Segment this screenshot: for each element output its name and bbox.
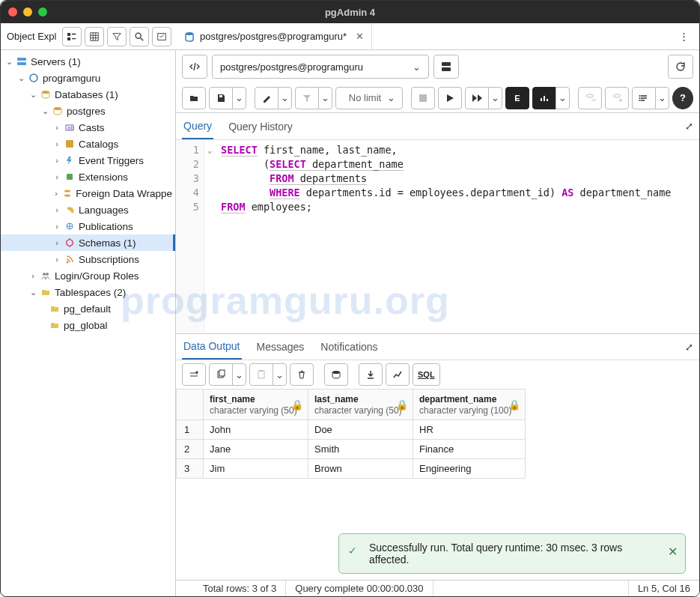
code-area[interactable]: SELECT first_name, last_name, (SELECT de… — [215, 140, 677, 333]
tab-query[interactable]: Query — [182, 114, 213, 139]
query-tabs: Query Query History ⤢ — [176, 113, 699, 140]
tree-event-triggers[interactable]: ›Event Triggers — [1, 152, 175, 169]
connection-status-button[interactable] — [182, 55, 207, 79]
edit-dropdown[interactable] — [278, 87, 292, 109]
svg-point-0 — [136, 33, 141, 38]
tree-languages[interactable]: ›Languages — [1, 201, 175, 218]
editor-tab-label: postgres/postgres@programguru* — [200, 31, 347, 42]
filter-tree-button[interactable] — [107, 27, 127, 46]
paste-dropdown[interactable] — [273, 363, 287, 386]
analyze-button[interactable] — [532, 87, 556, 109]
commit-button[interactable] — [578, 87, 602, 109]
explain-dropdown[interactable] — [488, 87, 502, 109]
delete-row-button[interactable] — [290, 363, 314, 386]
table-row[interactable]: 3JimBrownEngineering — [177, 459, 526, 479]
paste-button[interactable] — [249, 363, 273, 386]
connection-selector[interactable]: postgres/postgres@programguru — [212, 55, 429, 79]
tree-subscriptions[interactable]: ›Subscriptions — [1, 251, 175, 267]
open-file-button[interactable] — [182, 87, 206, 109]
stop-button[interactable] — [411, 87, 435, 109]
macros-button[interactable] — [632, 87, 656, 109]
expand-editor-icon[interactable]: ⤢ — [685, 121, 693, 132]
tree-pg-default[interactable]: pg_default — [1, 300, 175, 317]
svg-rect-11 — [67, 174, 73, 180]
query-tool-button[interactable] — [152, 27, 171, 46]
query-toolbar: No limit E ? — [176, 83, 699, 113]
window-title: pgAdmin 4 — [325, 7, 375, 18]
svg-rect-3 — [17, 58, 26, 61]
check-icon: ✓ — [348, 545, 357, 557]
toast-text: Successfully run. Total query runtime: 3… — [369, 542, 622, 566]
tree-tablespaces[interactable]: ⌄Tablespaces (2) — [1, 284, 175, 300]
tree-schemas[interactable]: ›Schemas (1) — [1, 234, 175, 251]
rollback-button[interactable] — [605, 87, 629, 109]
svg-point-12 — [64, 190, 70, 193]
explain-button[interactable] — [465, 87, 489, 109]
tree-databases[interactable]: ⌄Databases (1) — [1, 86, 175, 103]
table-row[interactable]: 2JaneSmithFinance — [177, 440, 526, 459]
svg-rect-30 — [260, 370, 263, 372]
status-rows: Total rows: 3 of 3 — [194, 581, 286, 596]
macros-dropdown[interactable] — [655, 87, 669, 109]
reset-button[interactable] — [668, 55, 693, 79]
save-dropdown[interactable] — [232, 87, 246, 109]
server-icon — [16, 55, 28, 67]
tab-data-output[interactable]: Data Output — [182, 334, 242, 360]
save-button[interactable] — [209, 87, 233, 109]
tree-login-roles[interactable]: ›Login/Group Roles — [1, 267, 175, 284]
edit-button[interactable] — [255, 87, 279, 109]
download-button[interactable] — [359, 363, 383, 386]
tree-catalogs[interactable]: ›Catalogs — [1, 136, 175, 152]
event-triggers-icon — [64, 154, 76, 166]
filter-button[interactable] — [295, 87, 319, 109]
graph-button[interactable] — [386, 363, 410, 386]
grid-view-button[interactable] — [85, 27, 104, 46]
explain-analyze-button[interactable]: E — [505, 87, 529, 109]
tab-messages[interactable]: Messages — [255, 335, 306, 359]
tab-notifications[interactable]: Notifications — [319, 335, 379, 359]
tree-programguru[interactable]: ⌄programguru — [1, 70, 175, 86]
limit-selector[interactable]: No limit — [335, 87, 403, 109]
sql-button[interactable]: SQL — [413, 363, 440, 386]
folder-icon — [49, 319, 61, 331]
tree-publications[interactable]: ›Publications — [1, 218, 175, 234]
output-tabs: Data Output Messages Notifications ⤢ — [176, 333, 699, 360]
editor-tab[interactable]: postgres/postgres@programguru* ✕ — [176, 23, 372, 49]
help-button[interactable]: ? — [672, 87, 693, 109]
status-bar: Total rows: 3 of 3 Query complete 00:00:… — [176, 580, 699, 596]
save-data-button[interactable] — [324, 363, 348, 386]
tree-casts[interactable]: ›abCasts — [1, 119, 175, 136]
tree-postgres[interactable]: ⌄postgres — [1, 103, 175, 119]
copy-dropdown[interactable] — [232, 363, 246, 386]
analyze-dropdown[interactable] — [556, 87, 570, 109]
add-row-button[interactable] — [182, 363, 206, 386]
table-row[interactable]: 1JohnDoeHR — [177, 420, 526, 440]
tree-pg-global[interactable]: pg_global — [1, 317, 175, 333]
tree-menu-button[interactable] — [62, 27, 82, 46]
tree-servers[interactable]: ⌄Servers (1) — [1, 53, 175, 70]
expand-output-icon[interactable]: ⤢ — [685, 342, 693, 353]
filter-dropdown[interactable] — [318, 87, 332, 109]
kebab-menu-button[interactable]: ⋮ — [674, 27, 693, 46]
database-icon — [183, 31, 195, 43]
window-controls — [8, 7, 47, 16]
object-explorer-label: Object Expl — [7, 31, 56, 42]
copy-button[interactable] — [209, 363, 233, 386]
lock-icon: 🔒 — [508, 399, 520, 410]
close-window-icon[interactable] — [8, 7, 17, 16]
minimize-window-icon[interactable] — [23, 7, 32, 16]
tree-fdw[interactable]: ›Foreign Data Wrappe — [1, 185, 175, 201]
svg-point-13 — [64, 195, 70, 197]
success-toast: ✓ Successfully run. Total query runtime:… — [338, 533, 686, 574]
maximize-window-icon[interactable] — [38, 7, 47, 16]
close-toast-icon[interactable]: ✕ — [668, 545, 678, 559]
server-button[interactable] — [433, 55, 459, 79]
sql-editor[interactable]: 12345 ⌄ SELECT first_name, last_name, (S… — [176, 140, 699, 333]
close-tab-icon[interactable]: ✕ — [356, 31, 364, 42]
search-button[interactable] — [130, 27, 149, 46]
tree-extensions[interactable]: ›Extensions — [1, 169, 175, 185]
tab-query-history[interactable]: Query History — [227, 115, 294, 139]
svg-point-16 — [43, 273, 46, 276]
execute-button[interactable] — [438, 87, 462, 109]
folder-icon — [40, 286, 52, 298]
